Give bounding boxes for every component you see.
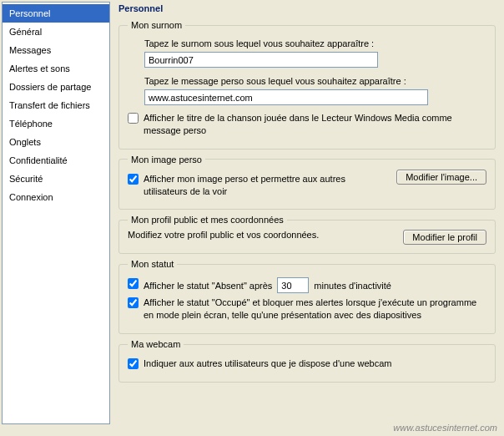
sidebar-item-alertes[interactable]: Alertes et sons — [3, 59, 109, 78]
group-image: Mon image perso Afficher mon image perso… — [118, 155, 496, 210]
titre-chanson-checkbox[interactable] — [128, 113, 139, 124]
statut-absent-pre: Afficher le statut "Absent" après — [144, 281, 272, 291]
sidebar-item-connexion[interactable]: Connexion — [3, 188, 109, 206]
webcam-checkbox[interactable] — [128, 358, 139, 369]
group-surnom: Mon surnom Tapez le surnom sous lequel v… — [118, 20, 496, 150]
sidebar-item-transfert[interactable]: Transfert de fichiers — [3, 96, 109, 114]
legend-profil: Mon profil public et mes coordonnées — [128, 215, 287, 225]
surnom-label2: Tapez le message perso sous lequel vous … — [144, 76, 486, 86]
legend-image: Mon image perso — [128, 155, 205, 165]
surnom-input[interactable] — [144, 52, 378, 68]
group-profil: Mon profil public et mes coordonnées Mod… — [118, 215, 496, 254]
sidebar-item-telephone[interactable]: Téléphone — [3, 114, 109, 133]
legend-webcam: Ma webcam — [128, 339, 184, 349]
page-title: Personnel — [118, 3, 496, 13]
group-statut: Mon statut Afficher le statut "Absent" a… — [118, 259, 496, 334]
statut-absent-minutes-input[interactable] — [277, 277, 309, 293]
sidebar-item-onglets[interactable]: Onglets — [3, 133, 109, 151]
afficher-image-label: Afficher mon image perso et permettre au… — [144, 173, 388, 198]
legend-surnom: Mon surnom — [128, 20, 185, 30]
sidebar-item-personnel[interactable]: Personnel — [3, 4, 109, 23]
statut-occupe-label: Afficher le statut "Occupé" et bloquer m… — [144, 297, 486, 322]
legend-statut: Mon statut — [128, 259, 177, 269]
webcam-label: Indiquer aux autres utilisateurs que je … — [144, 357, 486, 370]
statut-absent-post: minutes d'inactivité — [314, 281, 391, 291]
surnom-label1: Tapez le surnom sous lequel vous souhait… — [144, 38, 486, 48]
group-webcam: Ma webcam Indiquer aux autres utilisateu… — [118, 339, 496, 383]
sidebar: Personnel Général Messages Alertes et so… — [2, 2, 110, 424]
main-panel: Personnel Mon surnom Tapez le surnom sou… — [110, 0, 504, 426]
sidebar-item-confidentialite[interactable]: Confidentialité — [3, 151, 109, 170]
statut-occupe-checkbox[interactable] — [128, 297, 139, 308]
sidebar-item-dossiers[interactable]: Dossiers de partage — [3, 78, 109, 96]
message-perso-input[interactable] — [144, 89, 428, 105]
watermark: www.astucesinternet.com — [393, 423, 497, 433]
modifier-profil-button[interactable]: Modifier le profil — [403, 230, 486, 245]
profil-text: Modifiez votre profil public et vos coor… — [128, 230, 395, 240]
modifier-image-button[interactable]: Modifier l'image... — [396, 170, 486, 185]
titre-chanson-label: Afficher le titre de la chanson jouée da… — [144, 112, 486, 137]
sidebar-item-general[interactable]: Général — [3, 23, 109, 41]
sidebar-item-messages[interactable]: Messages — [3, 41, 109, 59]
sidebar-item-securite[interactable]: Sécurité — [3, 170, 109, 188]
statut-absent-checkbox[interactable] — [128, 278, 139, 289]
afficher-image-checkbox[interactable] — [128, 174, 139, 185]
